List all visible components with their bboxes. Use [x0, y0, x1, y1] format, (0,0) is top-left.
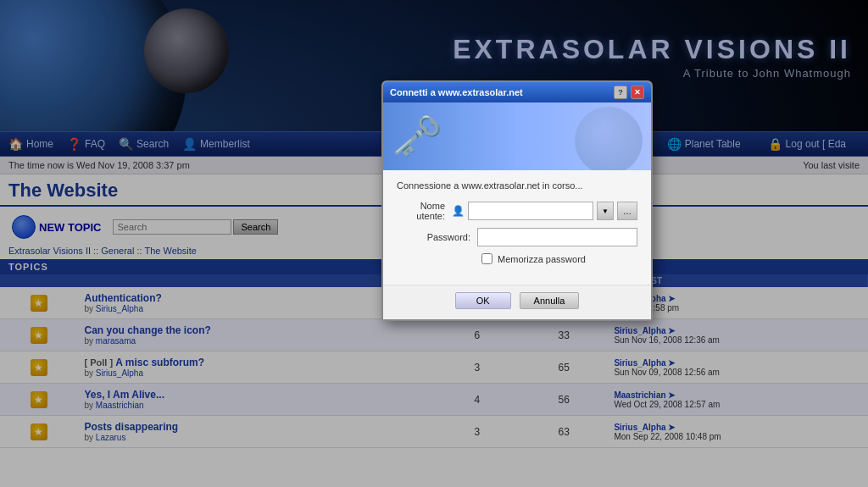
- username-label: Nome utente:: [397, 201, 452, 221]
- username-input-wrap: 👤 ▼ …: [452, 202, 637, 220]
- keys-icon: 🗝️: [392, 113, 442, 160]
- username-input[interactable]: [468, 202, 593, 220]
- username-dropdown-button[interactable]: ▼: [597, 202, 614, 220]
- auth-dialog: Connetti a www.extrasolar.net ? ✕ 🗝️ Con…: [381, 80, 653, 321]
- dialog-controls: ? ✕: [614, 86, 644, 99]
- remember-row: Memorizza password: [481, 253, 637, 264]
- connecting-text: Connessione a www.extrasolar.net in cors…: [397, 180, 637, 191]
- dialog-help-button[interactable]: ?: [614, 86, 627, 99]
- dialog-footer: OK Annulla: [383, 285, 651, 319]
- user-icon: 👤: [452, 205, 465, 217]
- dialog-body: Connessione a www.extrasolar.net in cors…: [383, 170, 651, 285]
- dialog-title: Connetti a www.extrasolar.net: [390, 87, 614, 97]
- dialog-close-button[interactable]: ✕: [631, 86, 644, 99]
- username-row: Nome utente: 👤 ▼ …: [397, 201, 637, 221]
- username-browse-button[interactable]: …: [617, 202, 637, 220]
- remember-label: Memorizza password: [498, 254, 586, 264]
- remember-checkbox[interactable]: [481, 253, 492, 264]
- dialog-header-banner: 🗝️: [383, 102, 651, 170]
- password-input-wrap: [477, 228, 637, 246]
- password-input[interactable]: [477, 228, 637, 246]
- dialog-titlebar: Connetti a www.extrasolar.net ? ✕: [383, 82, 651, 102]
- password-label: Password:: [397, 232, 477, 242]
- dialog-cancel-button[interactable]: Annulla: [520, 292, 580, 309]
- password-row: Password:: [397, 228, 637, 246]
- dialog-banner-figure: [575, 107, 643, 170]
- dialog-overlay: Connetti a www.extrasolar.net ? ✕ 🗝️ Con…: [0, 0, 868, 487]
- dialog-ok-button[interactable]: OK: [455, 292, 511, 309]
